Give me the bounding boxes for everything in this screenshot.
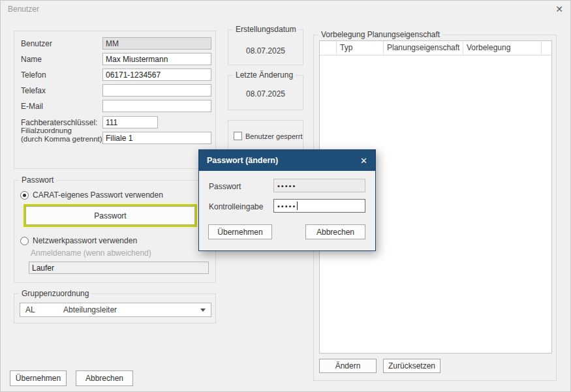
- gruppenzuordnung-group: Gruppenzuordnung AL Abteilungsleiter: [14, 294, 216, 324]
- modal-abbrechen-button[interactable]: Abbrechen: [305, 224, 365, 239]
- uebernehmen-button[interactable]: Übernehmen: [10, 370, 67, 386]
- modal-close-icon[interactable]: ✕: [360, 156, 367, 166]
- vorbelegung-title: Vorbelegung Planungseigenschaft: [318, 30, 442, 39]
- header-cell-typ: Typ: [337, 41, 384, 55]
- filialzuordnung-label: Filialzuordnung (durch Komma getrennt): [21, 127, 102, 143]
- modal-passwort-dots: •••••: [277, 182, 296, 190]
- email-label: E-Mail: [21, 102, 43, 111]
- netzwerk-passwort-radio[interactable]: [20, 237, 29, 245]
- window-title: Benutzer: [8, 5, 39, 14]
- filialzuordnung-input[interactable]: [102, 132, 211, 144]
- anmeldename-input[interactable]: [29, 262, 209, 274]
- modal-uebernehmen-button[interactable]: Übernehmen: [208, 224, 272, 239]
- benutzer-gesperrt-group: Benutzer gesperrt: [228, 120, 303, 153]
- gruppe-description: Abteilungsleiter: [63, 305, 117, 314]
- aendern-button[interactable]: Ändern: [319, 359, 377, 373]
- header-cell-blank: [320, 41, 337, 55]
- anmeldename-label: Anmeldename (wenn abweichend): [31, 249, 151, 258]
- text-caret: [297, 202, 298, 210]
- netzwerk-passwort-radio-label: Netzwerkpasswort verwenden: [33, 236, 137, 245]
- name-input[interactable]: [102, 53, 211, 65]
- chevron-down-icon: [200, 309, 206, 312]
- abbrechen-button[interactable]: Abbrechen: [76, 370, 133, 386]
- letzte-aenderung-value: 08.07.2025: [228, 89, 303, 98]
- benutzer-gesperrt-row: Benutzer gesperrt: [234, 132, 302, 140]
- user-details-group: Benutzer Name Telefon Telefax E-Mail Fac…: [14, 31, 216, 169]
- telefon-label: Telefon: [21, 70, 46, 80]
- window-titlebar: Benutzer ✕: [1, 1, 570, 18]
- letzte-aenderung-title: Letzte Änderung: [233, 70, 296, 80]
- modal-kontrolleingabe-label: Kontrolleingabe: [209, 202, 263, 211]
- modal-titlebar: Passwort (ändern) ✕: [199, 150, 375, 171]
- passwort-group: Passwort CARAT-eigenes Passwort verwende…: [14, 180, 216, 283]
- gruppe-code: AL: [25, 305, 63, 314]
- highlight-box: Passwort: [23, 204, 197, 227]
- name-label: Name: [21, 55, 42, 64]
- passwort-button[interactable]: Passwort: [25, 206, 195, 225]
- carat-passwort-radio-label: CARAT-eigenes Passwort verwenden: [33, 190, 163, 200]
- benutzer-input: [102, 37, 211, 50]
- benutzer-dialog: Benutzer ✕ Benutzer Name Telefon Telefax…: [0, 0, 571, 392]
- benutzer-label: Benutzer: [21, 39, 52, 48]
- telefon-input[interactable]: [102, 68, 211, 81]
- header-cell-vorbelegung: Vorbelegung: [463, 41, 542, 55]
- erstellungsdatum-value: 08.07.2025: [228, 46, 303, 55]
- telefax-input[interactable]: [102, 84, 211, 97]
- gruppenzuordnung-title: Gruppenzuordnung: [19, 289, 91, 298]
- letzte-aenderung-group: Letzte Änderung 08.07.2025: [228, 75, 303, 110]
- carat-passwort-radio[interactable]: [20, 191, 29, 200]
- passwort-aendern-dialog: Passwort (ändern) ✕ Passwort ••••• Kontr…: [198, 149, 376, 251]
- header-cell-filler: [542, 41, 551, 55]
- modal-kontrolleingabe-dots: •••••: [277, 202, 296, 210]
- passwort-group-title: Passwort: [19, 175, 56, 185]
- form-row: Telefon: [21, 68, 211, 82]
- modal-kontrolleingabe-input[interactable]: •••••: [273, 199, 365, 213]
- netzwerk-passwort-radio-row: Netzwerkpasswort verwenden: [20, 236, 137, 245]
- form-row: E-Mail: [21, 100, 211, 113]
- modal-title: Passwort (ändern): [207, 156, 278, 165]
- benutzer-gesperrt-label: Benutzer gesperrt: [245, 132, 302, 140]
- gruppenzuordnung-select[interactable]: AL Abteilungsleiter: [20, 303, 211, 317]
- vorbelegung-table-header: Typ Planungseigenschaft Vorbelegung: [320, 41, 551, 55]
- telefax-label: Telefax: [21, 86, 46, 95]
- header-cell-planungseigenschaft: Planungseigenschaft: [384, 41, 463, 55]
- email-input[interactable]: [102, 100, 211, 112]
- modal-passwort-label: Passwort: [209, 182, 241, 191]
- modal-passwort-input[interactable]: •••••: [273, 179, 365, 192]
- fachberaterschluessel-label: Fachberaterschlüssel:: [21, 118, 97, 127]
- erstellungsdatum-title: Erstellungsdatum: [233, 25, 299, 34]
- fachberaterschluessel-input[interactable]: [102, 116, 158, 128]
- close-icon[interactable]: ✕: [555, 4, 563, 14]
- erstellungsdatum-group: Erstellungsdatum 08.07.2025: [228, 29, 303, 65]
- form-row: Telefax: [21, 84, 211, 97]
- benutzer-gesperrt-checkbox[interactable]: [234, 132, 242, 140]
- form-row: Benutzer: [21, 37, 211, 50]
- form-row: Name: [21, 53, 211, 66]
- carat-passwort-radio-row: CARAT-eigenes Passwort verwenden: [20, 190, 163, 200]
- zuruecksetzen-button[interactable]: Zurücksetzen: [383, 359, 440, 373]
